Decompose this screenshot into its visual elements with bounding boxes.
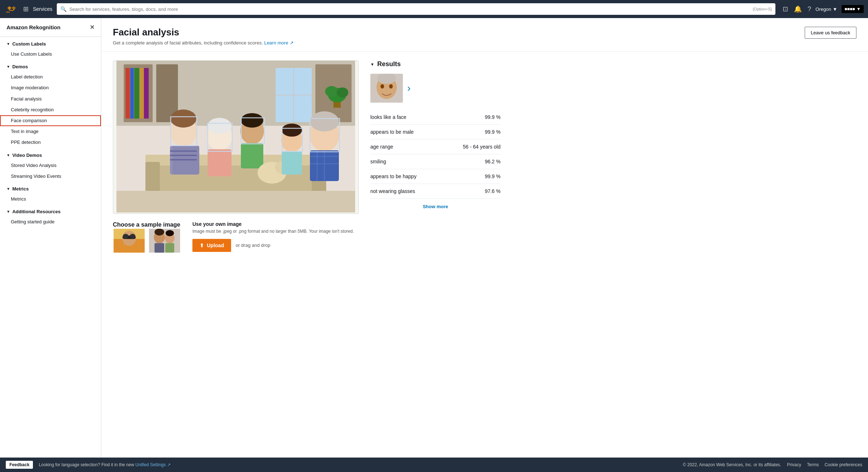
- result-value-4: 99.9 %: [485, 173, 501, 179]
- chevron-down-icon: ▼: [7, 65, 10, 69]
- sidebar-item-getting-started[interactable]: Getting started guide: [0, 216, 101, 227]
- result-label-2: age range: [370, 144, 393, 150]
- nav-icons: ⊡ 🔔 ?: [783, 5, 811, 13]
- upload-section-description: Image must be .jpeg or .png format and n…: [192, 228, 354, 235]
- region-chevron-icon: ▼: [833, 7, 837, 12]
- terminal-icon[interactable]: ⊡: [783, 5, 788, 13]
- page-description: Get a complete analysis of facial attrib…: [113, 40, 294, 46]
- region-selector[interactable]: Oregon ▼: [816, 7, 837, 12]
- svg-rect-10: [144, 68, 149, 119]
- svg-point-65: [154, 229, 164, 236]
- top-navigation: aws ⊞ Services 🔍 [Option+S] ⊡ 🔔 ? Oregon…: [0, 0, 868, 18]
- results-title: Results: [377, 60, 401, 68]
- upload-button[interactable]: ⬆ Upload: [192, 239, 231, 252]
- show-more-button[interactable]: Show more: [370, 199, 501, 214]
- result-label-1: appears to be male: [370, 129, 414, 135]
- results-header: ▼ Results: [370, 60, 501, 68]
- privacy-link[interactable]: Privacy: [787, 462, 801, 467]
- sample-images-title: Choose a sample image: [113, 221, 181, 228]
- result-row-4: appears to be happy 99.9 %: [370, 169, 501, 184]
- content-area: Choose a sample image: [101, 52, 868, 262]
- aws-logo[interactable]: aws: [4, 4, 19, 14]
- svg-point-59: [130, 234, 135, 239]
- sidebar-item-image-moderation[interactable]: Image moderation: [0, 82, 101, 93]
- svg-rect-40: [282, 151, 302, 175]
- external-link-icon: ↗: [167, 462, 171, 467]
- svg-rect-60: [149, 229, 180, 253]
- main-content: Facial analysis Get a complete analysis …: [101, 18, 868, 472]
- sample-thumbnail-1[interactable]: [113, 228, 145, 253]
- upload-row: ⬆ Upload or drag and drop: [192, 239, 354, 252]
- leave-feedback-button[interactable]: Leave us feedback: [805, 27, 856, 39]
- svg-rect-31: [208, 149, 231, 176]
- unified-settings-link[interactable]: Unified Settings ↗: [135, 462, 170, 467]
- result-row-1: appears to be male 99.9 %: [370, 125, 501, 140]
- result-label-4: appears to be happy: [370, 173, 417, 179]
- drag-drop-label: or drag and drop: [235, 243, 270, 248]
- result-label-3: smiling: [370, 159, 386, 164]
- sidebar-section-custom-labels[interactable]: ▼ Custom Labels: [0, 37, 101, 49]
- sidebar: Amazon Rekognition ✕ ▼ Custom Labels Use…: [0, 18, 101, 472]
- search-icon: 🔍: [60, 6, 67, 12]
- svg-point-16: [325, 86, 338, 97]
- svg-rect-8: [134, 68, 139, 119]
- sample-thumbnail-2[interactable]: [148, 228, 181, 253]
- sidebar-section-demos[interactable]: ▼ Demos: [0, 60, 101, 72]
- sample-section: Choose a sample image: [113, 221, 359, 253]
- thumbnail-image-1: [114, 229, 145, 253]
- sidebar-section-video-label: Video Demos: [12, 153, 42, 158]
- sidebar-close-button[interactable]: ✕: [90, 24, 94, 31]
- upload-section: Use your own image Image must be .jpeg o…: [192, 221, 354, 252]
- sidebar-section-resources-label: Additional Resources: [12, 209, 61, 214]
- sidebar-item-text-in-image[interactable]: Text in image: [0, 126, 101, 137]
- bottom-feedback-button[interactable]: Feedback: [6, 461, 33, 469]
- search-input[interactable]: [69, 7, 750, 12]
- demo-image: [113, 61, 358, 213]
- learn-more-link[interactable]: Learn more ↗: [264, 40, 293, 46]
- next-face-arrow[interactable]: ›: [407, 82, 410, 94]
- svg-rect-34: [241, 143, 263, 168]
- search-bar[interactable]: 🔍 [Option+S]: [57, 3, 775, 15]
- sidebar-header: Amazon Rekognition ✕: [0, 18, 101, 37]
- sidebar-item-celebrity-recognition[interactable]: Celebrity recognition: [0, 104, 101, 115]
- image-section: Choose a sample image: [113, 60, 359, 253]
- chevron-down-icon: ▼: [7, 187, 10, 191]
- help-icon[interactable]: ?: [808, 5, 811, 13]
- result-label-0: looks like a face: [370, 114, 407, 120]
- account-menu[interactable]: ■■■■ ▼: [842, 5, 864, 13]
- sidebar-item-stored-video[interactable]: Stored Video Analysis: [0, 160, 101, 171]
- sidebar-item-label-detection[interactable]: Label detection: [0, 72, 101, 82]
- search-shortcut: [Option+S]: [753, 7, 772, 11]
- sidebar-section-video-demos[interactable]: ▼ Video Demos: [0, 148, 101, 160]
- face-preview-thumbnail: [370, 74, 403, 103]
- chevron-down-icon: ▼: [7, 42, 10, 46]
- sidebar-item-metrics[interactable]: Metrics: [0, 194, 101, 205]
- svg-point-71: [389, 84, 393, 89]
- sample-images-panel: Choose a sample image: [113, 221, 181, 253]
- services-label[interactable]: Services: [33, 6, 52, 12]
- chevron-down-icon: ▼: [7, 210, 10, 214]
- svg-point-58: [123, 234, 128, 239]
- sidebar-item-ppe-detection[interactable]: PPE detection: [0, 137, 101, 148]
- bell-icon[interactable]: 🔔: [794, 5, 802, 13]
- grid-icon[interactable]: ⊞: [23, 5, 29, 13]
- external-link-icon: ↗: [290, 40, 294, 46]
- terms-link[interactable]: Terms: [807, 462, 819, 467]
- bottom-bar-message: Looking for language selection? Find it …: [39, 462, 170, 467]
- svg-rect-9: [140, 68, 144, 119]
- result-value-1: 99.9 %: [485, 129, 501, 135]
- sidebar-item-facial-analysis[interactable]: Facial analysis: [0, 94, 101, 104]
- sidebar-item-face-comparison[interactable]: Face comparison: [0, 115, 101, 126]
- sidebar-item-streaming-video[interactable]: Streaming Video Events: [0, 171, 101, 182]
- sidebar-section-additional-resources[interactable]: ▼ Additional Resources: [0, 205, 101, 216]
- svg-point-41: [282, 124, 302, 137]
- svg-text:aws: aws: [6, 11, 10, 13]
- region-label: Oregon: [816, 7, 831, 12]
- bottom-bar-left: Feedback Looking for language selection?…: [6, 461, 171, 469]
- svg-point-17: [337, 87, 348, 98]
- sidebar-section-metrics[interactable]: ▼ Metrics: [0, 182, 101, 194]
- svg-rect-6: [125, 68, 130, 119]
- svg-rect-7: [130, 68, 134, 119]
- sidebar-item-use-custom-labels[interactable]: Use Custom Labels: [0, 49, 101, 60]
- cookie-preferences-link[interactable]: Cookie preferences: [825, 462, 862, 467]
